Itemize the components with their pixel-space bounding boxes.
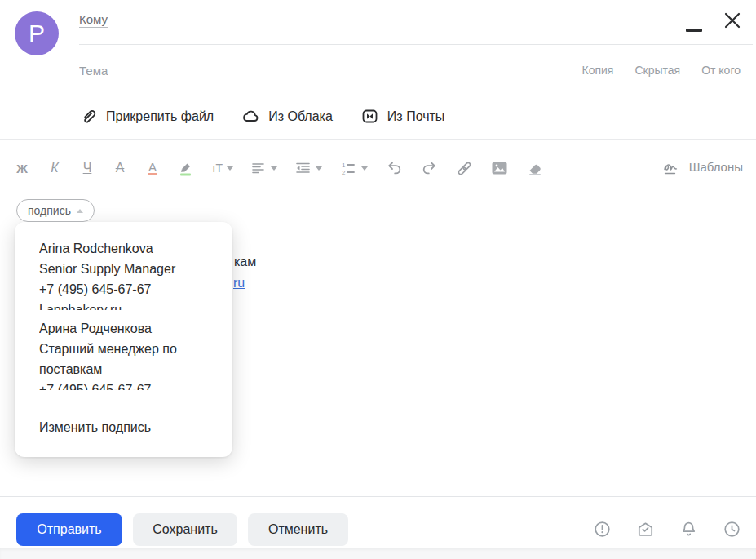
chevron-down-icon [361,166,368,171]
close-icon[interactable] [723,11,742,30]
numbered-list-icon: 1 2 [340,161,356,175]
chevron-down-icon [271,166,277,171]
text-color-button[interactable]: А [145,161,160,176]
mail-icon [360,107,379,126]
svg-text:1: 1 [342,162,346,169]
undo-icon [386,160,403,176]
to-field-label[interactable]: Кому [79,12,108,28]
align-button[interactable] [251,162,277,175]
importance-icon[interactable] [593,520,612,539]
indent-icon [295,162,311,175]
signature-popup: Arina Rodchenkova Senior Supply Manager … [15,222,232,457]
signature-line: Арина Родченкова [39,318,208,339]
body-text-fragment[interactable]: кам [234,255,256,269]
footer-icons [593,520,741,539]
attach-row-divider [0,139,756,140]
signature-option-english[interactable]: Arina Rodchenkova Senior Supply Manager … [39,238,208,310]
from-cloud-label: Из Облака [268,109,333,124]
cloud-icon [241,107,260,126]
send-button[interactable]: Отправить [16,513,122,546]
minimize-icon[interactable] [686,29,702,32]
toolbar-right: Шаблоны [663,160,743,175]
signature-list: Arina Rodchenkova Senior Supply Manager … [15,222,232,402]
clear-format-button[interactable] [526,160,544,176]
to-row-divider [79,44,753,45]
format-toolbar: Ж К Ч А А тТ 1 2 [15,157,562,180]
list-button[interactable]: 1 2 [340,161,368,175]
from-mail-label: Из Почты [387,109,445,124]
link-icon [456,160,473,177]
attach-row: Прикрепить файл Из Облака Из Почты [79,107,444,126]
bold-glyph: Ж [16,162,28,175]
signature-option-russian[interactable]: Арина Родченкова Старший менеджер по пос… [39,318,208,390]
paperclip-icon [79,107,98,126]
signature-line: +7 (495) 645-67-67 [39,379,208,390]
strikethrough-glyph: А [116,161,125,175]
from-link[interactable]: От кого [701,64,741,78]
from-cloud-button[interactable]: Из Облака [241,107,333,126]
cc-link[interactable]: Копия [581,64,613,78]
header-extra-links: Копия Скрытая От кого [581,64,741,78]
redo-button[interactable] [421,160,438,176]
receipt-check-icon[interactable] [636,520,655,539]
subject-input[interactable] [79,60,422,80]
attach-file-label: Прикрепить файл [106,109,214,124]
body-link-fragment[interactable]: ru [233,276,245,291]
strikethrough-button[interactable]: А [113,161,127,175]
signature-line: +7 (495) 645-67-67 [39,279,208,299]
signature-toggle-button[interactable]: подпись [16,199,95,222]
chevron-up-icon [77,209,83,213]
highlighter-icon [178,160,193,176]
signature-line: Старший менеджер по поставкам [39,339,208,379]
indent-button[interactable] [295,162,322,175]
cancel-button[interactable]: Отменить [248,513,348,546]
bcc-link[interactable]: Скрытая [634,64,680,78]
image-icon [491,161,508,175]
page-background-strip [0,548,756,559]
insert-image-button[interactable] [491,161,508,175]
redo-icon [421,160,438,176]
footer-divider [0,496,756,497]
signature-toggle-label: подпись [28,204,71,217]
font-size-glyph: тТ [211,162,222,175]
signature-icon[interactable] [663,161,681,175]
schedule-send-icon[interactable] [723,520,741,539]
subject-row-divider [79,95,753,95]
highlight-color-button[interactable] [178,160,193,176]
italic-glyph: К [51,161,58,175]
svg-text:2: 2 [342,169,346,175]
underline-glyph: Ч [83,161,92,175]
text-color-glyph: А [148,161,157,176]
eraser-icon [526,160,544,176]
chevron-down-icon [227,166,233,171]
notification-bell-icon[interactable] [679,520,698,539]
signature-line: Lappbakery.ru [39,299,208,310]
from-mail-button[interactable]: Из Почты [360,107,445,126]
edit-signature-button[interactable]: Изменить подпись [15,402,232,457]
signature-line: Arina Rodchenkova [39,238,208,259]
insert-link-button[interactable] [456,160,473,177]
bold-button[interactable]: Ж [15,162,29,175]
templates-link[interactable]: Шаблоны [689,160,743,175]
font-size-button[interactable]: тТ [211,162,233,175]
save-button[interactable]: Сохранить [133,513,237,546]
signature-line: Senior Supply Manager [39,259,208,279]
italic-button[interactable]: К [47,161,62,175]
attach-file-button[interactable]: Прикрепить файл [79,107,214,126]
avatar[interactable]: P [15,11,59,55]
undo-button[interactable] [386,160,403,176]
align-left-icon [251,162,266,175]
underline-button[interactable]: Ч [80,161,95,175]
chevron-down-icon [316,166,322,171]
